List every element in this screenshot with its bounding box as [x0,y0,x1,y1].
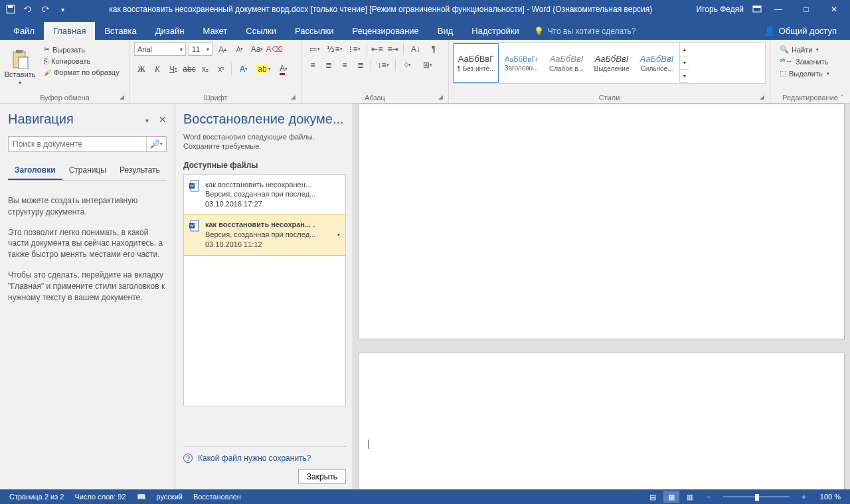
undo-button[interactable] [20,2,36,17]
zoom-level[interactable]: 100 % [815,493,846,501]
clear-formatting-button[interactable]: A⌫ [267,42,282,56]
font-size-combo[interactable]: 11▾ [189,42,212,56]
gallery-up-button[interactable]: ▴ [680,43,689,56]
qat-customize-button[interactable]: ▾ [54,2,70,17]
copy-button[interactable]: ⎘Копировать [41,56,122,66]
select-button[interactable]: ⬚Выделить▾ [777,68,832,79]
tab-layout[interactable]: Макет [193,22,236,40]
nav-tab-results[interactable]: Результать [113,161,167,180]
page-1[interactable] [359,104,845,339]
recovery-item-selected[interactable]: W как восстановить несохран... . Версия,… [183,214,346,256]
zoom-slider[interactable] [723,496,790,497]
page-indicator[interactable]: Страница 2 из 2 [4,493,69,501]
minimize-button[interactable]: — [765,2,792,17]
sort-button[interactable]: A↓ [406,42,425,56]
ribbon-display-button[interactable] [749,2,765,17]
share-button[interactable]: 👤 Общий доступ [755,22,846,40]
tab-review[interactable]: Рецензирование [343,22,428,40]
tab-file[interactable]: Файл [4,22,44,40]
multilevel-button[interactable]: ⫶≡▾ [345,42,364,56]
clipboard-launcher[interactable]: ◢ [118,94,126,102]
tab-insert[interactable]: Вставка [95,22,145,40]
gallery-down-button[interactable]: ▾ [680,56,689,70]
redo-button[interactable] [37,2,53,17]
maximize-button[interactable]: □ [793,2,819,17]
nav-tab-headings[interactable]: Заголовки [8,161,62,180]
tab-mailings[interactable]: Рассылки [286,22,343,40]
align-right-button[interactable]: ≡ [337,58,352,72]
print-layout-button[interactable]: ▦ [663,491,679,503]
find-button[interactable]: 🔍Найти▾ [777,44,832,55]
web-layout-button[interactable]: ▥ [682,491,698,503]
line-spacing-button[interactable]: ↕≡▾ [374,58,392,72]
paragraph-launcher[interactable]: ◢ [436,94,444,102]
cut-button[interactable]: ✂Вырезать [41,44,122,55]
navigation-close-button[interactable]: ✕ [159,114,167,125]
replace-button[interactable]: ᵃᵇ↔Заменить [777,56,832,67]
tab-addins[interactable]: Надстройки [462,22,528,40]
nav-tab-pages[interactable]: Страницы [62,161,113,180]
close-window-button[interactable]: ✕ [821,2,847,17]
style-strong[interactable]: АаБбВвІСильное... [634,43,679,83]
spellcheck-button[interactable]: 📖 [131,493,151,501]
zoom-in-button[interactable]: + [796,491,812,503]
format-painter-button[interactable]: 🖌Формат по образцу [41,67,122,78]
tab-design[interactable]: Дизайн [146,22,194,40]
nav-menu-button[interactable]: ▾ [145,117,149,124]
underline-button[interactable]: Ч▾ [166,62,181,76]
subscript-button[interactable]: x₂ [198,62,212,76]
borders-button[interactable]: ⊞▾ [418,58,437,72]
highlight-button[interactable]: ab▾ [254,62,273,76]
recovery-item[interactable]: W как восстановить несохранен... Версия,… [184,175,345,215]
style-normal[interactable]: АаБбВвГ¶ Без инте... [454,43,499,83]
align-center-button[interactable]: ≣ [321,58,336,72]
shading-button[interactable]: ◊▾ [398,58,417,72]
change-case-button[interactable]: Aa▾ [250,42,264,56]
increase-indent-button[interactable]: ≡⇥ [386,42,400,56]
superscript-button[interactable]: x² [214,62,228,76]
recovery-close-button[interactable]: Закрыть [298,469,346,484]
collapse-ribbon-button[interactable]: ⌃ [838,94,846,102]
grow-font-button[interactable]: A▴ [215,42,230,56]
bold-button[interactable]: Ж [134,62,149,76]
shrink-font-button[interactable]: A▾ [232,42,247,56]
tell-me-search[interactable]: 💡 Что вы хотите сделать? [529,23,755,40]
search-button[interactable]: 🔎▾ [146,137,166,151]
word-count[interactable]: Число слов: 92 [69,493,131,501]
search-input[interactable] [9,137,146,151]
user-name[interactable]: Игорь Федяй [697,5,744,14]
zoom-thumb[interactable] [755,494,759,501]
show-marks-button[interactable]: ¶ [426,42,441,56]
font-color-button[interactable]: A▾ [274,62,293,76]
bullets-button[interactable]: ≔▾ [305,42,324,56]
recovered-indicator[interactable]: Восстановлен [188,493,246,501]
decrease-indent-button[interactable]: ⇤≡ [370,42,384,56]
font-name-combo[interactable]: Arial▾ [134,42,186,56]
gallery-more-button[interactable]: ▾ [680,70,689,83]
read-mode-button[interactable]: ▤ [645,491,661,503]
text-effects-button[interactable]: A▾ [234,62,253,76]
styles-gallery[interactable]: АаБбВвГ¶ Без инте... АаБбВвГгЗаголово...… [453,42,766,84]
divider [403,43,404,55]
language-button[interactable]: русский [151,493,188,501]
chevron-down-icon[interactable]: ▾ [337,232,340,238]
save-button[interactable] [3,2,19,17]
justify-button[interactable]: ≣ [353,58,368,72]
tab-view[interactable]: Вид [428,22,463,40]
style-subtle-emphasis[interactable]: АаБбВвІСлабое в... [544,43,589,83]
style-heading[interactable]: АаБбВвГгЗаголово... [499,43,544,83]
document-area[interactable] [353,104,850,489]
style-emphasis[interactable]: АаБбВвІВыделение [589,43,634,83]
numbering-button[interactable]: ⅓≡▾ [325,42,344,56]
align-left-button[interactable]: ≡ [305,58,320,72]
tab-references[interactable]: Ссылки [236,22,286,40]
zoom-out-button[interactable]: − [701,491,717,503]
italic-button[interactable]: К [150,62,165,76]
tab-home[interactable]: Главная [44,22,95,40]
strikethrough-button[interactable]: abc [182,62,197,76]
font-launcher[interactable]: ◢ [289,94,297,102]
paste-button[interactable]: Вставить ▾ [4,42,36,92]
which-file-link[interactable]: ? Какой файл нужно сохранить? [183,454,346,463]
styles-launcher[interactable]: ◢ [758,94,766,102]
page-2[interactable] [359,353,845,489]
